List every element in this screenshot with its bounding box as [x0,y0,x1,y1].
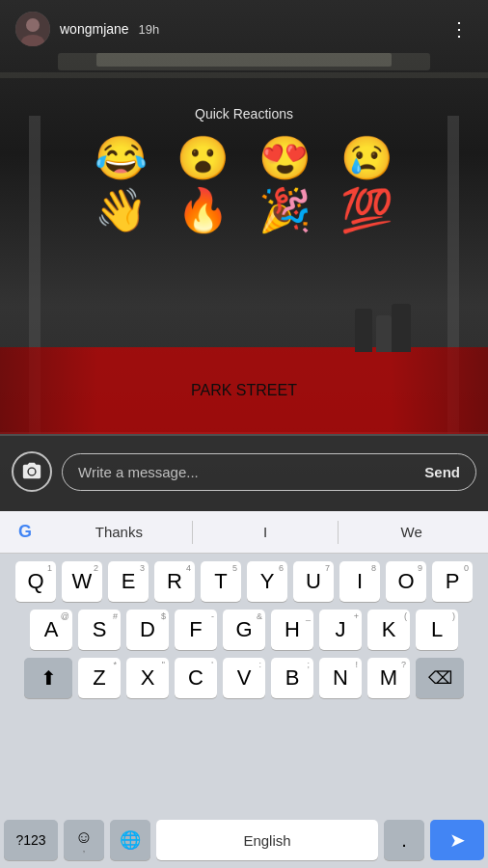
message-bar: Write a message... Send [12,451,476,492]
key-i[interactable]: 8I [339,561,380,602]
more-options-button[interactable]: ⋮ [446,14,473,44]
space-key[interactable]: English [156,820,378,860]
suggestion-we[interactable]: We [339,520,484,544]
keyboard-area: G Thanks I We 1Q 2W 3E 4R 5T 6Y 7U 8I 9O… [0,511,488,868]
reaction-heart-eyes[interactable]: 😍 [258,137,312,179]
key-s[interactable]: #S [78,610,121,650]
subway-train: PARK STREET [0,347,488,434]
svg-point-3 [29,469,35,475]
keys-area: 1Q 2W 3E 4R 5T 6Y 7U 8I 9O 0P @A #S $D -… [0,554,488,820]
key-r[interactable]: 4R [154,561,195,602]
quick-reactions-panel: Quick Reactions 😂 😮 😍 😢 👋 🔥 🎉 💯 [0,106,488,231]
key-b[interactable]: ;B [271,658,313,698]
train-station-sign: PARK STREET [191,382,297,399]
reactions-row-1: 😂 😮 😍 😢 [95,137,393,179]
message-placeholder: Write a message... [78,464,199,480]
key-x[interactable]: "X [126,658,169,698]
emoji-key[interactable]: ☺, [64,820,104,860]
reaction-laugh[interactable]: 😂 [95,137,148,179]
key-n[interactable]: !N [319,658,362,698]
bottom-row: ?123 ☺, 🌐 English . ➤ [0,820,488,868]
person-silhouette [392,304,411,352]
suggestion-thanks[interactable]: Thanks [46,520,192,544]
username: wongmjane [60,21,129,37]
avatar [15,12,50,46]
key-t[interactable]: 5T [201,561,241,602]
key-z[interactable]: *Z [78,658,121,698]
reaction-100[interactable]: 💯 [340,189,393,231]
message-input-wrap[interactable]: Write a message... Send [62,453,476,491]
key-row-3: ⬆ *Z "X 'C :V ;B !N ?M ⌫ [4,658,484,698]
suggestions-bar: G Thanks I We [0,511,488,554]
key-l[interactable]: )L [416,610,458,650]
period-key[interactable]: . [384,820,424,860]
quick-reactions-title: Quick Reactions [195,106,293,122]
key-y[interactable]: 6Y [247,561,287,602]
person-silhouette [355,309,372,352]
reaction-wave[interactable]: 👋 [95,189,148,231]
key-v[interactable]: :V [223,658,265,698]
key-q[interactable]: 1Q [15,561,56,602]
key-o[interactable]: 9O [386,561,426,602]
key-f[interactable]: -F [175,610,217,650]
key-row-1: 1Q 2W 3E 4R 5T 6Y 7U 8I 9O 0P [4,561,484,602]
key-a[interactable]: @A [30,610,72,650]
key-c[interactable]: 'C [175,658,217,698]
key-j[interactable]: +J [319,610,362,650]
key-p[interactable]: 0P [432,561,473,602]
person-silhouette [376,315,392,352]
story-header: wongmjane 19h ⋮ [0,0,488,58]
camera-button[interactable] [12,451,52,492]
shift-key[interactable]: ⬆ [24,658,72,698]
google-logo: G [10,517,41,548]
key-e[interactable]: 3E [108,561,149,602]
key-h[interactable]: _H [271,610,313,650]
key-u[interactable]: 7U [293,561,334,602]
timestamp: 19h [139,22,160,37]
globe-key[interactable]: 🌐 [110,820,150,860]
key-g[interactable]: &G [223,610,265,650]
key-k[interactable]: (K [367,610,410,650]
story-area: PARK STREET wongmjane 19h ⋮ Quick Reacti… [0,0,488,511]
reaction-cry[interactable]: 😢 [340,137,393,179]
backspace-key[interactable]: ⌫ [416,658,464,698]
key-d[interactable]: $D [126,610,169,650]
reaction-surprised[interactable]: 😮 [176,137,230,179]
reaction-party[interactable]: 🎉 [258,189,312,231]
reaction-fire[interactable]: 🔥 [176,189,230,231]
user-info: wongmjane 19h [15,12,159,46]
svg-point-1 [26,18,40,32]
key-row-2: @A #S $D -F &G _H +J (K )L [4,610,484,650]
send-button[interactable]: Send [424,464,460,480]
suggestion-i[interactable]: I [193,520,339,544]
key-m[interactable]: ?M [367,658,410,698]
reactions-row-2: 👋 🔥 🎉 💯 [95,189,393,231]
keyboard-send-key[interactable]: ➤ [430,820,484,860]
send-arrow-icon: ➤ [449,828,466,852]
key-w[interactable]: 2W [62,561,102,602]
num123-key[interactable]: ?123 [4,820,58,860]
story-background [0,0,488,511]
